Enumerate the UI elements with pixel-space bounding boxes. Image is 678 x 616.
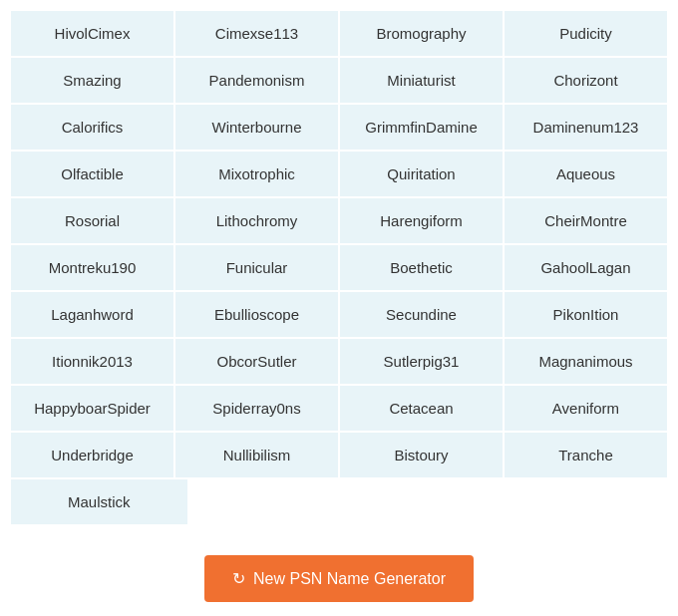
grid-cell: Maulstick bbox=[10, 478, 188, 525]
grid-cell: Ebullioscope bbox=[174, 291, 339, 338]
grid-cell-empty bbox=[508, 478, 669, 525]
grid-cell: Sutlerpig31 bbox=[339, 338, 504, 385]
grid-cell: CheirMontre bbox=[504, 197, 668, 244]
grid-cell-empty bbox=[188, 478, 349, 525]
grid-cell: Olfactible bbox=[10, 151, 174, 197]
grid-cell: ObcorSutler bbox=[174, 338, 339, 385]
grid-row: SmazingPandemonismMiniaturistChorizont bbox=[10, 57, 668, 104]
grid-row: Maulstick bbox=[10, 478, 668, 525]
grid-cell: HappyboarSpider bbox=[10, 385, 174, 432]
grid-cell: Pudicity bbox=[504, 10, 668, 57]
grid-cell: Secundine bbox=[339, 291, 504, 338]
grid-row: UnderbridgeNullibilismBistouryTranche bbox=[10, 432, 668, 478]
grid-cell: Tranche bbox=[504, 432, 668, 478]
refresh-icon: ↻ bbox=[232, 569, 245, 588]
grid-cell: Montreku190 bbox=[10, 244, 174, 291]
grid-cell: Pandemonism bbox=[174, 57, 339, 104]
button-container: ↻ New PSN Name Generator bbox=[204, 555, 474, 602]
grid-cell: Lithochromy bbox=[174, 197, 339, 244]
grid-cell: Cimexse113 bbox=[174, 10, 339, 57]
grid-cell: Calorifics bbox=[10, 104, 174, 151]
grid-cell: Quiritation bbox=[339, 151, 504, 197]
grid-cell: Nullibilism bbox=[174, 432, 339, 478]
grid-cell: Chorizont bbox=[504, 57, 668, 104]
grid-cell: HivolCimex bbox=[10, 10, 174, 57]
grid-cell: GrimmfinDamine bbox=[339, 104, 504, 151]
grid-cell: Aqueous bbox=[504, 151, 668, 197]
grid-cell: Funicular bbox=[174, 244, 339, 291]
name-grid: HivolCimexCimexse113BromographyPudicityS… bbox=[10, 10, 668, 525]
grid-cell-empty bbox=[348, 478, 508, 525]
grid-cell: Harengiform bbox=[339, 197, 504, 244]
grid-cell: Magnanimous bbox=[504, 338, 668, 385]
grid-cell: Smazing bbox=[10, 57, 174, 104]
grid-cell: Laganhword bbox=[10, 291, 174, 338]
generate-button[interactable]: ↻ New PSN Name Generator bbox=[204, 555, 474, 602]
grid-row: RosorialLithochromyHarengiformCheirMontr… bbox=[10, 197, 668, 244]
grid-cell: Underbridge bbox=[10, 432, 174, 478]
grid-cell: Itionnik2013 bbox=[10, 338, 174, 385]
grid-row: CalorificsWinterbourneGrimmfinDamineDami… bbox=[10, 104, 668, 151]
grid-cell: GahoolLagan bbox=[504, 244, 668, 291]
grid-row: Itionnik2013ObcorSutlerSutlerpig31Magnan… bbox=[10, 338, 668, 385]
grid-row: OlfactibleMixotrophicQuiritationAqueous bbox=[10, 151, 668, 197]
grid-row: Montreku190FunicularBoetheticGahoolLagan bbox=[10, 244, 668, 291]
grid-cell: Daminenum123 bbox=[504, 104, 668, 151]
grid-cell: Boethetic bbox=[339, 244, 504, 291]
grid-row: LaganhwordEbullioscopeSecundinePikonItio… bbox=[10, 291, 668, 338]
grid-cell: Bromography bbox=[339, 10, 504, 57]
grid-cell: Mixotrophic bbox=[174, 151, 339, 197]
grid-cell: Miniaturist bbox=[339, 57, 504, 104]
grid-row: HappyboarSpiderSpiderray0nsCetaceanAveni… bbox=[10, 385, 668, 432]
grid-row: HivolCimexCimexse113BromographyPudicity bbox=[10, 10, 668, 57]
generate-button-label: New PSN Name Generator bbox=[253, 570, 446, 588]
grid-cell: Aveniform bbox=[504, 385, 668, 432]
grid-cell: Spiderray0ns bbox=[174, 385, 339, 432]
grid-cell: PikonItion bbox=[504, 291, 668, 338]
grid-cell: Winterbourne bbox=[174, 104, 339, 151]
grid-cell: Bistoury bbox=[339, 432, 504, 478]
grid-cell: Rosorial bbox=[10, 197, 174, 244]
grid-cell: Cetacean bbox=[339, 385, 504, 432]
